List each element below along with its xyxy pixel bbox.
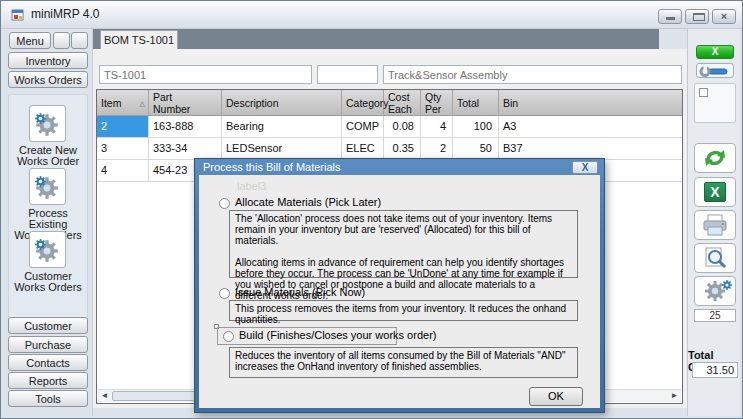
print-button[interactable] [694, 210, 736, 240]
preview-search-button[interactable] [694, 243, 736, 273]
app-icon [11, 8, 25, 22]
right-toolbar: X X [687, 29, 740, 416]
wrench-icon [697, 65, 733, 78]
app-window: miniMRP 4.0 × Menu Inventory Works Order… [0, 0, 743, 419]
revision-field[interactable] [317, 65, 378, 84]
issue-materials-label[interactable]: Issue Materials (Pick Now) [235, 286, 365, 298]
excel-icon: X [704, 182, 726, 202]
sidebar-item-purchase-orders[interactable]: Purchase Orders [8, 336, 88, 353]
tab-strip: BOM TS-1001 [93, 29, 659, 49]
column-header-cost-each[interactable]: Cost Each [384, 90, 421, 115]
sidebar-small-button-1[interactable] [53, 32, 70, 49]
designer-label: label3 [237, 180, 266, 192]
cell-item[interactable]: 4 [97, 160, 149, 181]
scroll-left-arrow-icon[interactable]: ◄ [98, 390, 111, 402]
export-excel-button[interactable]: X [694, 177, 736, 207]
process-bom-dialog: Process this Bill of Materials X label3 … [194, 158, 605, 413]
menu-button[interactable]: Menu [9, 32, 51, 49]
grid-header-row: Item△ Part Number Description Category C… [97, 90, 682, 116]
scroll-right-arrow-icon[interactable]: ► [668, 390, 681, 402]
works-orders-panel: Create New Works Order Process Existing … [8, 94, 88, 322]
printer-icon [702, 214, 728, 236]
cell-bin[interactable]: A3 [499, 116, 682, 137]
assembly-description-field[interactable] [383, 65, 682, 84]
maximize-button[interactable] [685, 9, 709, 24]
sort-ascending-icon: △ [140, 98, 145, 110]
sidebar-item-reports[interactable]: Reports [8, 372, 88, 389]
build-radio[interactable] [223, 331, 234, 342]
build-description: Reduces the inventory of all items consu… [229, 347, 578, 378]
close-bom-button[interactable]: X [696, 45, 734, 59]
tab-bom-ts-1001[interactable]: BOM TS-1001 [100, 30, 178, 49]
dialog-close-button[interactable]: X [572, 161, 598, 174]
cell-description[interactable]: Bearing [222, 116, 342, 137]
small-gear-icon [721, 279, 733, 291]
allocate-materials-radio[interactable] [219, 198, 230, 209]
cell-bin[interactable]: B37 [499, 138, 682, 159]
issue-materials-radio[interactable] [219, 288, 230, 299]
create-new-works-order-label: Create New Works Order [9, 145, 87, 167]
dialog-body: label3 Allocate Materials (Pick Later) T… [199, 175, 600, 408]
build-label[interactable]: Build (Finishes/Closes your works order) [239, 329, 436, 341]
column-header-total[interactable]: Total [453, 90, 499, 115]
sidebar-item-inventory[interactable]: Inventory [8, 52, 88, 69]
ok-button[interactable]: OK [529, 387, 583, 406]
small-gear-icon [34, 175, 47, 188]
cell-total[interactable]: 100 [453, 116, 499, 137]
column-header-category[interactable]: Category [342, 90, 384, 115]
maximize-icon [693, 13, 705, 21]
total-cost-value[interactable] [692, 362, 738, 378]
table-row[interactable]: 3 333-34 LEDSensor ELEC 0.35 2 50 B37 [97, 138, 682, 160]
column-header-description[interactable]: Description [222, 90, 342, 115]
sidebar-item-tools[interactable]: Tools [8, 390, 88, 407]
customer-works-orders-button[interactable] [29, 231, 66, 268]
cell-total[interactable]: 50 [453, 138, 499, 159]
quantity-field[interactable] [694, 309, 736, 322]
allocate-materials-description: The 'Allocation' process does not take i… [229, 210, 578, 278]
refresh-icon [702, 146, 728, 170]
window-title: miniMRP 4.0 [31, 7, 99, 21]
cell-item-selected[interactable]: 2 [97, 116, 149, 137]
minimize-icon [666, 17, 675, 20]
refresh-button[interactable] [694, 143, 736, 173]
magnifier-icon [702, 246, 728, 270]
cell-category[interactable]: ELEC [342, 138, 384, 159]
dialog-title: Process this Bill of Materials [203, 160, 341, 175]
cell-item[interactable]: 3 [97, 138, 149, 159]
table-row[interactable]: 2 163-888 Bearing COMP 0.08 4 100 A3 [97, 116, 682, 138]
option-checkbox[interactable] [699, 88, 708, 97]
column-header-qty-per[interactable]: Qty Per [421, 90, 453, 115]
part-number-field[interactable] [99, 65, 312, 84]
create-new-works-order-button[interactable] [29, 105, 66, 142]
option-panel [694, 83, 736, 123]
process-bom-button[interactable] [694, 276, 736, 306]
issue-materials-description: This process removes the items from your… [229, 300, 578, 321]
cell-description[interactable]: LEDSensor [222, 138, 342, 159]
left-sidebar: Menu Inventory Works Orders Create New W… [5, 29, 93, 416]
small-gear-icon [34, 238, 47, 251]
close-button[interactable]: × [712, 9, 736, 24]
cell-qty[interactable]: 2 [421, 138, 453, 159]
sidebar-item-contacts[interactable]: Contacts [8, 354, 88, 371]
sidebar-item-works-orders[interactable]: Works Orders [8, 71, 88, 88]
cell-cost[interactable]: 0.35 [384, 138, 421, 159]
customer-works-orders-label: Customer Works Orders [9, 271, 87, 293]
close-icon: × [713, 10, 735, 23]
cell-category[interactable]: COMP [342, 116, 384, 137]
cell-cost[interactable]: 0.08 [384, 116, 421, 137]
cell-part[interactable]: 163-888 [149, 116, 222, 137]
cell-part[interactable]: 333-34 [149, 138, 222, 159]
column-header-item[interactable]: Item△ [97, 90, 149, 115]
cell-qty[interactable]: 4 [421, 116, 453, 137]
titlebar: miniMRP 4.0 × [1, 1, 743, 29]
process-existing-works-orders-button[interactable] [29, 168, 66, 205]
allocate-materials-label[interactable]: Allocate Materials (Pick Later) [235, 196, 381, 208]
settings-wrench-button[interactable] [696, 63, 734, 78]
sidebar-item-customer-orders[interactable]: Customer Orders [8, 317, 88, 334]
minimize-button[interactable] [658, 9, 682, 24]
column-header-part-number[interactable]: Part Number [149, 90, 222, 115]
small-gear-icon [34, 112, 47, 125]
sidebar-small-button-2[interactable] [71, 32, 88, 49]
column-header-bin[interactable]: Bin [499, 90, 682, 115]
